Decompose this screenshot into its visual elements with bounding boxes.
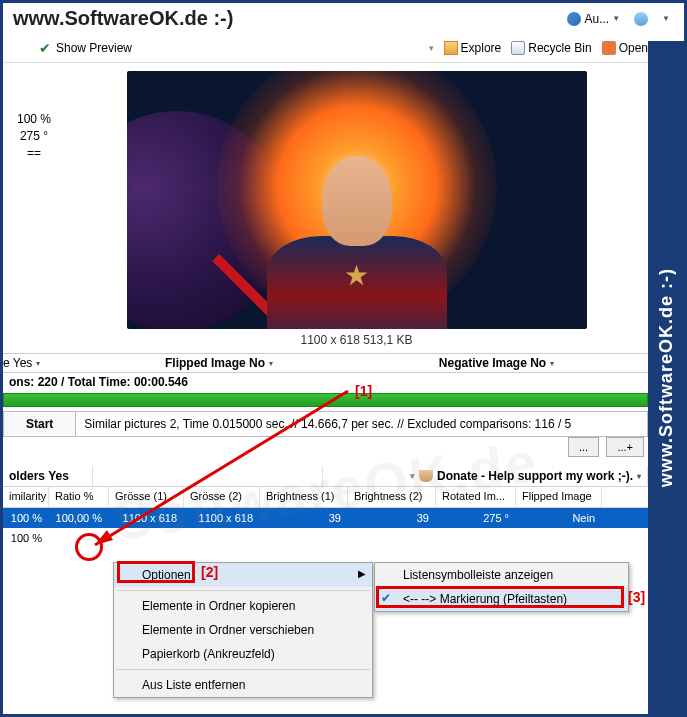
menu-separator <box>116 590 370 591</box>
status-row: Start Similar pictures 2, Time 0.015000 … <box>3 411 648 437</box>
help-button[interactable] <box>630 10 652 28</box>
start-button[interactable]: Start <box>4 412 76 436</box>
help-icon <box>634 12 648 26</box>
menu-item-arrows[interactable]: ✔ <-- --> Markierung (Pfeiltasten) <box>375 587 628 611</box>
chevron-down-icon: ▼ <box>662 14 670 23</box>
preview-image[interactable]: ★ <box>127 71 587 329</box>
menu-item-optionen[interactable]: Optionen ▶ <box>114 563 372 587</box>
explore-button[interactable]: Explore <box>444 41 502 55</box>
coffee-cup-icon <box>419 470 433 482</box>
recycle-bin-icon <box>511 41 525 55</box>
image-info-panel: 100 % 275 ° == <box>3 71 65 347</box>
status-text: Similar pictures 2, Time 0.015000 sec. /… <box>76 412 647 436</box>
recycle-label: Recycle Bin <box>528 41 591 55</box>
chevron-right-icon: ▶ <box>358 568 366 579</box>
annotation-label-1: [1] <box>355 383 372 399</box>
globe-icon <box>567 12 581 26</box>
progress-bar <box>3 393 648 407</box>
check-icon: ✔ <box>39 40 51 56</box>
chevron-down-icon: ▼ <box>612 14 620 23</box>
menu-separator <box>116 669 370 670</box>
info-degrees: 275 ° <box>3 128 65 145</box>
menu-item-remove[interactable]: Aus Liste entfernen <box>114 673 372 697</box>
more-plus-button[interactable]: ...+ <box>606 437 644 457</box>
chevron-down-icon: ▾ <box>36 359 40 368</box>
recycle-button[interactable]: Recycle Bin <box>511 41 591 55</box>
folder-icon <box>444 41 458 55</box>
show-preview-label: Show Preview <box>56 41 132 55</box>
filter-col1[interactable]: e Yes ▾ <box>3 356 93 370</box>
context-menu: Optionen ▶ Elemente in Ordner kopieren E… <box>113 562 373 698</box>
annotation-label-2: [2] <box>201 564 218 580</box>
open-icon <box>602 41 616 55</box>
menu-item-move[interactable]: Elemente in Ordner verschieben <box>114 618 372 642</box>
side-brand-text: www.SoftwareOK.de :-) <box>656 268 677 487</box>
image-caption: 1100 x 618 513,1 KB <box>300 333 412 347</box>
menu-item-copy[interactable]: Elemente in Ordner kopieren <box>114 594 372 618</box>
app-title: www.SoftwareOK.de :-) <box>13 7 233 30</box>
chevron-down-icon: ▾ <box>269 359 273 368</box>
star-icon: ★ <box>344 259 369 292</box>
explore-label: Explore <box>461 41 502 55</box>
menu-item-listbar[interactable]: Listensymbolleiste anzeigen <box>375 563 628 587</box>
filter-negative[interactable]: Negative Image No ▾ <box>353 356 648 370</box>
th-similarity[interactable]: imilarity <box>3 487 49 507</box>
annotation-label-3: [3] <box>628 589 645 605</box>
folders-dropdown[interactable]: olders Yes <box>3 466 93 486</box>
chevron-down-icon: ▾ <box>550 359 554 368</box>
filter-row: e Yes ▾ Flipped Image No ▾ Negative Imag… <box>3 353 648 373</box>
table-row[interactable]: 100 % <box>3 528 648 548</box>
info-eq: == <box>3 145 65 162</box>
th-ratio[interactable]: Ratio % <box>49 487 109 507</box>
menu-item-trash[interactable]: Papierkorb (Ankreuzfeld) <box>114 642 372 666</box>
check-icon: ✔ <box>381 591 391 605</box>
stats-text: ons: 220 / Total Time: 00:00.546 <box>3 373 648 391</box>
side-brand-label: www.SoftwareOK.de :-) <box>648 41 684 714</box>
preview-area: 100 % 275 ° == ★ 1100 x 618 513,1 KB <box>3 71 648 347</box>
min-dropdown[interactable]: ▼ <box>658 12 674 25</box>
open-label: Open <box>619 41 648 55</box>
preview-toolbar: ✔ Show Preview ▾ Explore Recycle Bin Ope… <box>3 36 684 63</box>
chevron-down-icon: ▾ <box>637 472 641 481</box>
show-preview-toggle[interactable]: ✔ Show Preview <box>39 40 132 56</box>
more-button[interactable]: ... <box>568 437 599 457</box>
open-button[interactable]: Open <box>602 41 648 55</box>
separator-icon: ▾ <box>429 43 434 53</box>
titlebar: www.SoftwareOK.de :-) Au... ▼ ▼ <box>3 3 684 36</box>
user-label: Au... <box>584 12 609 26</box>
context-submenu: Listensymbolleiste anzeigen ✔ <-- --> Ma… <box>374 562 629 612</box>
info-percent: 100 % <box>3 111 65 128</box>
user-dropdown[interactable]: Au... ▼ <box>563 10 624 28</box>
filter-flipped[interactable]: Flipped Image No ▾ <box>93 356 353 370</box>
